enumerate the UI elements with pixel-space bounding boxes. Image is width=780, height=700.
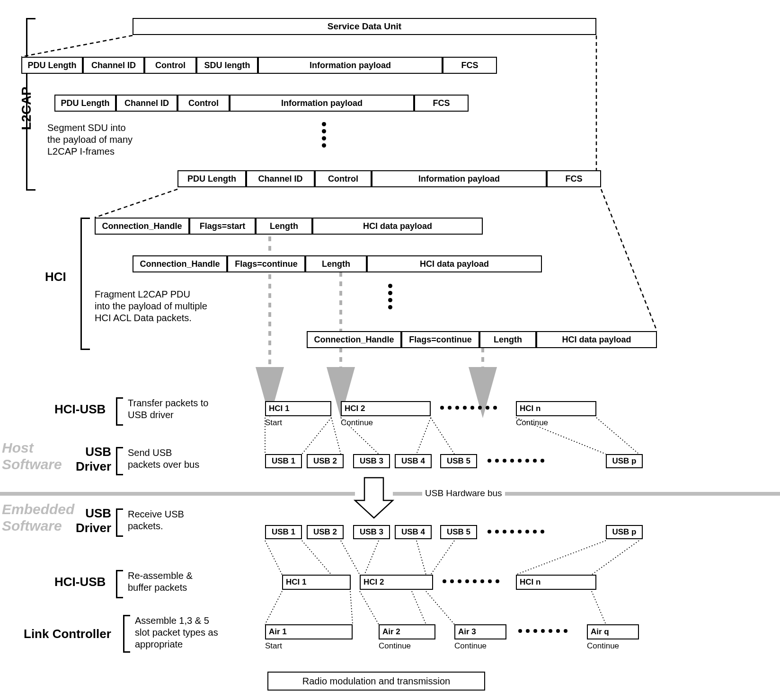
host-software-label: Host Software — [2, 440, 62, 472]
svg-line-26 — [360, 591, 379, 624]
hci-usb-host-title: HCI-USB — [54, 402, 106, 417]
air-1-sub: Start — [265, 641, 282, 651]
l2cap-r1-control: Control — [144, 57, 196, 74]
usb-emb-3: USB 3 — [353, 525, 390, 539]
usb-host-5: USB 5 — [440, 454, 477, 468]
usb-driver-host-bracket — [116, 447, 123, 475]
svg-line-21 — [431, 541, 454, 575]
hci-r3-payload: HCI data payload — [536, 331, 657, 348]
hci-usb-host-bracket — [116, 397, 123, 426]
air-q: Air q — [587, 624, 639, 639]
hci-usb-host-pkt1: HCI 1 — [265, 401, 331, 416]
sdu-label: Service Data Unit — [328, 21, 401, 32]
hci-usb-emb-bracket — [116, 570, 123, 598]
l2cap-r3-control: Control — [315, 170, 372, 187]
svg-line-19 — [364, 541, 379, 575]
hci-usb-emb-pkt2: HCI 2 — [360, 575, 433, 590]
usb-host-1: USB 1 — [265, 454, 302, 468]
l2cap-r3-channel-id: Channel ID — [246, 170, 315, 187]
usb-host-4: USB 4 — [395, 454, 432, 468]
svg-line-29 — [592, 591, 606, 624]
usb-host-3: USB 3 — [353, 454, 390, 468]
usb-emb-4: USB 4 — [395, 525, 432, 539]
svg-line-27 — [412, 591, 426, 624]
l2cap-r2-channel-id: Channel ID — [116, 95, 177, 112]
usb-emb-2: USB 2 — [307, 525, 344, 539]
hci-r2-payload: HCI data payload — [367, 255, 542, 272]
svg-line-24 — [265, 591, 282, 624]
svg-marker-30 — [355, 478, 393, 518]
usb-bus-label: USB Hardware bus — [422, 488, 505, 499]
usb-driver-emb-bracket — [116, 508, 123, 537]
radio-box: Radio modulation and transmission — [267, 672, 485, 691]
air-1: Air 1 — [265, 624, 353, 639]
svg-line-25 — [350, 591, 353, 624]
l2cap-r2-control: Control — [177, 95, 230, 112]
air-3-sub: Continue — [454, 641, 487, 651]
air-2-sub: Continue — [379, 641, 411, 651]
hci-r1-flags: Flags=start — [189, 218, 256, 235]
hci-usb-host-pktn: HCI n — [516, 401, 596, 416]
usb-host-2: USB 2 — [307, 454, 344, 468]
svg-line-1 — [21, 35, 133, 57]
svg-line-16 — [265, 541, 282, 575]
usb-emb-1: USB 1 — [265, 525, 302, 539]
l2cap-r2-pdu-length: PDU Length — [54, 95, 116, 112]
svg-line-17 — [302, 541, 331, 575]
sdu-box: Service Data Unit — [133, 18, 596, 35]
usb-emb-p: USB p — [606, 525, 643, 539]
svg-line-9 — [302, 418, 331, 454]
hci-r3-conn: Connection_Handle — [307, 331, 401, 348]
radio-label: Radio modulation and transmission — [302, 676, 450, 687]
air-2: Air 2 — [379, 624, 435, 639]
l2cap-r3-info: Information payload — [372, 170, 547, 187]
l2cap-r1-sdu-length: SDU length — [196, 57, 258, 74]
svg-line-15 — [596, 418, 639, 454]
link-controller-title: Link Controller — [24, 627, 111, 641]
usb-driver-emb-title: USB Driver — [76, 506, 111, 535]
svg-line-23 — [592, 541, 639, 575]
hci-usb-host-sub1: Start — [265, 418, 282, 428]
hci-title: HCI — [45, 270, 66, 284]
svg-line-22 — [516, 541, 606, 575]
hci-r2-conn: Connection_Handle — [133, 255, 227, 272]
l2cap-r2-fcs: FCS — [414, 95, 469, 112]
usb-driver-emb-desc: Receive USB packets. — [128, 508, 184, 532]
svg-line-18 — [341, 541, 360, 575]
svg-line-10 — [331, 418, 341, 454]
l2cap-r1-channel-id: Channel ID — [83, 57, 144, 74]
usb-driver-host-desc: Send USB packets over bus — [128, 447, 199, 471]
link-controller-desc: Assemble 1,3 & 5 slot packet types as ap… — [135, 615, 218, 650]
air-q-sub: Continue — [587, 641, 619, 651]
ellipsis-h-1 — [440, 406, 497, 410]
hci-usb-emb-title: HCI-USB — [54, 575, 106, 589]
hci-r2-length: Length — [305, 255, 367, 272]
embedded-software-label: Embedded Software — [2, 501, 74, 534]
ellipsis-h-2 — [488, 459, 544, 463]
l2cap-desc: Segment SDU into the payload of many L2C… — [47, 122, 133, 158]
usb-bus-line-left — [0, 492, 355, 496]
usb-host-p: USB p — [606, 454, 643, 468]
hci-usb-host-subn: Continue — [516, 418, 548, 428]
hci-r2-flags: Flags=continue — [227, 255, 305, 272]
hci-usb-host-desc: Transfer packets to USB driver — [128, 397, 208, 421]
hci-r1-conn: Connection_Handle — [95, 218, 189, 235]
hci-usb-emb-pktn: HCI n — [516, 575, 596, 590]
svg-line-20 — [417, 541, 426, 575]
l2cap-r1-fcs: FCS — [443, 57, 497, 74]
svg-line-12 — [417, 418, 431, 454]
svg-line-4 — [601, 189, 657, 331]
usb-emb-5: USB 5 — [440, 525, 477, 539]
ellipsis-v-1 — [322, 122, 326, 148]
l2cap-r1-info: Information payload — [258, 57, 443, 74]
hci-r3-flags: Flags=continue — [401, 331, 479, 348]
l2cap-title: L2CAP — [19, 87, 34, 130]
l2cap-r2-info: Information payload — [230, 95, 414, 112]
air-3: Air 3 — [454, 624, 506, 639]
ellipsis-h-4 — [443, 579, 499, 583]
hci-usb-emb-pkt1: HCI 1 — [282, 575, 351, 590]
l2cap-r1-pdu-length: PDU Length — [21, 57, 83, 74]
hci-r3-length: Length — [479, 331, 536, 348]
svg-line-13 — [431, 418, 454, 454]
link-controller-bracket — [123, 615, 130, 653]
